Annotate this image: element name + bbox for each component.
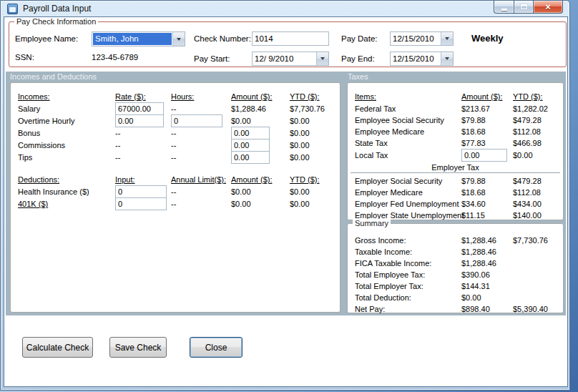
- overtime-hours-input[interactable]: [171, 114, 222, 127]
- commissions-amount-input[interactable]: [231, 139, 270, 152]
- summary-group: Summary Gross Income: $1,288.46 $7,730.7…: [347, 223, 564, 313]
- pay-end-value: 12/15/2010: [391, 52, 441, 65]
- pay-date-value: 12/15/2010: [391, 32, 441, 45]
- amount-header: Amount ($):: [231, 92, 272, 101]
- summary-row-label: Total Deduction:: [355, 293, 411, 302]
- maximize-button[interactable]: [514, 1, 534, 14]
- pay-start-picker[interactable]: 12/ 9/2010: [252, 52, 329, 66]
- deduction-row-ytd: $0.00: [290, 187, 310, 196]
- summary-row-amount: $390.06: [461, 270, 490, 279]
- ytd-header: YTD ($):: [513, 92, 543, 101]
- deduction-row-label: Health Insurance ($): [18, 187, 89, 196]
- bonus-amount-input[interactable]: [231, 127, 270, 139]
- rate-header: Rate ($):: [115, 92, 146, 101]
- summary-row-amount: $898.40: [461, 305, 490, 313]
- income-row-commissions: Commissions -- -- $0.00: [18, 141, 337, 152]
- 401k-input[interactable]: [115, 197, 167, 210]
- tax-row-label: Employer Medicare: [355, 188, 423, 197]
- summary-row-amount: $1,288.46: [461, 236, 496, 245]
- maximize-icon: [521, 4, 527, 9]
- deduction-row-health-insurance: Health Insurance ($) -- $0.00 $0.00: [18, 187, 337, 199]
- chevron-down-icon: [177, 38, 181, 41]
- overtime-rate-input[interactable]: [115, 114, 164, 127]
- pay-end-dropdown-button[interactable]: [441, 52, 453, 65]
- tax-row-label: Employer Social Security: [355, 177, 442, 185]
- deduction-row-limit: --: [171, 187, 176, 196]
- pay-date-dropdown-button[interactable]: [441, 32, 453, 45]
- summary-row-fica-taxable: FICA Taxable Income: $1,288.46: [355, 259, 560, 270]
- health-insurance-input[interactable]: [115, 185, 167, 198]
- income-row-rate: --: [115, 129, 120, 137]
- app-icon: [7, 4, 18, 14]
- tips-amount-input[interactable]: [231, 151, 270, 164]
- check-number-label: Check Number:: [194, 34, 251, 43]
- save-check-button[interactable]: Save Check: [109, 337, 167, 358]
- tax-row-state: State Tax $77.83 $466.98: [355, 139, 560, 150]
- tax-row-ytd: $479.28: [513, 116, 542, 124]
- income-row-ytd: $7,730.76: [290, 104, 325, 113]
- pay-date-label: Pay Date:: [341, 34, 378, 43]
- check-number-input[interactable]: [252, 31, 329, 46]
- tax-row-label: Employer Fed Unemployment: [355, 200, 459, 208]
- tax-row-ytd: $1,282.02: [513, 104, 548, 113]
- tax-row-amount: $18.68: [461, 188, 486, 197]
- tax-row-amount: $79.88: [461, 116, 486, 124]
- 401k-link[interactable]: 401K ($): [18, 200, 48, 208]
- tax-row-label: Employee Social Security: [355, 116, 444, 124]
- employee-name-dropdown-button[interactable]: [172, 32, 185, 46]
- employee-name-combobox[interactable]: Smith, John: [92, 31, 185, 46]
- desktop-background: Payroll Data Input × Pay Check Informati…: [0, 0, 578, 392]
- salary-rate-input[interactable]: [115, 102, 164, 115]
- window-title: Payroll Data Input: [23, 4, 91, 14]
- tax-row-label: Local Tax: [355, 151, 388, 160]
- taxes-header-row: Items: Amount ($): YTD ($):: [355, 92, 560, 104]
- income-row-amount: $1,288.46: [231, 104, 266, 113]
- deductions-header: Deductions:: [18, 175, 59, 184]
- minimize-button[interactable]: [494, 1, 514, 14]
- employer-tax-header: Employer Tax: [351, 163, 560, 173]
- close-window-button[interactable]: ×: [534, 1, 563, 14]
- close-button[interactable]: Close: [190, 337, 243, 358]
- income-row-tips: Tips -- -- $0.00: [18, 153, 337, 165]
- deduction-row-limit: --: [171, 200, 176, 208]
- summary-row-label: Taxable Income:: [355, 248, 412, 256]
- summary-row-amount: $0.00: [461, 293, 481, 302]
- tax-row-federal: Federal Tax $213.67 $1,282.02: [355, 104, 560, 116]
- input-header: Input:: [115, 175, 135, 184]
- tax-row-ytd: $112.08: [513, 127, 541, 136]
- income-row-rate: --: [115, 153, 120, 162]
- pay-end-picker[interactable]: 12/15/2010: [390, 52, 454, 66]
- local-tax-input[interactable]: [461, 149, 507, 162]
- incomes-deductions-section-label: Incomes and Deductions: [10, 72, 97, 81]
- income-row-label: Salary: [18, 104, 40, 113]
- income-row-hours: --: [171, 129, 176, 137]
- ssn-value: 123-45-6789: [92, 53, 138, 62]
- app-window: Payroll Data Input × Pay Check Informati…: [0, 0, 570, 391]
- ytd-header: YTD ($):: [290, 175, 320, 184]
- window-controls: ×: [494, 1, 563, 14]
- paycheck-group-label: Pay Check Information: [14, 17, 98, 26]
- pay-start-dropdown-button[interactable]: [316, 52, 328, 65]
- income-row-ytd: $0.00: [290, 153, 310, 162]
- income-row-hours: --: [171, 104, 176, 113]
- summary-row-total-deduction: Total Deduction: $0.00: [355, 293, 560, 305]
- title-bar[interactable]: Payroll Data Input ×: [1, 1, 569, 16]
- income-row-amount: $0.00: [231, 117, 251, 125]
- tax-row-employer-medicare: Employer Medicare $18.68 $112.08: [355, 188, 560, 200]
- pay-end-label: Pay End:: [341, 54, 375, 63]
- income-row-ytd: $0.00: [290, 117, 310, 125]
- close-icon: ×: [545, 2, 551, 11]
- summary-row-amount: $144.31: [461, 282, 490, 290]
- ytd-header: YTD ($):: [290, 92, 320, 101]
- calculate-check-button[interactable]: Calculate Check: [22, 337, 93, 358]
- deductions-header-row: Deductions: Input: Annual Limit($): Amou…: [18, 175, 337, 187]
- tax-row-employer-ss: Employer Social Security $79.88 $479.28: [355, 177, 560, 188]
- tax-row-ytd: $479.28: [513, 177, 542, 185]
- hours-header: Hours:: [171, 92, 194, 101]
- income-row-hours: --: [171, 141, 176, 150]
- pay-date-picker[interactable]: 12/15/2010: [390, 31, 454, 46]
- income-row-label: Bonus: [18, 129, 40, 137]
- summary-group-label: Summary: [353, 219, 391, 228]
- annual-limit-header: Annual Limit($):: [171, 175, 226, 184]
- pay-start-label: Pay Start:: [194, 54, 230, 63]
